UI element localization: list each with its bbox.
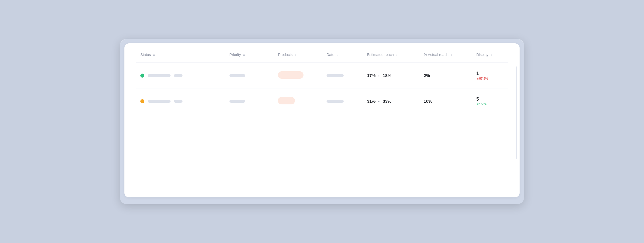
table-row: 17% ↔ 18% 2% 1 ↘ 87.5% bbox=[136, 63, 508, 88]
priority-cell bbox=[225, 63, 274, 88]
display-cell: 1 ↘ 87.5% bbox=[472, 63, 508, 88]
date-sort-icon: ↓ bbox=[337, 53, 338, 56]
products-pill bbox=[278, 97, 295, 104]
est-reach-sort-icon: ↓ bbox=[396, 53, 398, 56]
display-cell: 5 ↗ 150% bbox=[472, 88, 508, 114]
change-direction-icon: ↘ bbox=[476, 77, 479, 80]
estimated-reach-cell: 31% ↔ 33% bbox=[362, 88, 419, 114]
status-dot bbox=[140, 74, 144, 78]
actual-reach-cell: 2% bbox=[419, 63, 472, 88]
inner-card: Status ≡ Priority ≡ Products ↓ Date ↓ bbox=[124, 43, 520, 197]
date-cell bbox=[322, 88, 362, 114]
actual-reach-value: 10% bbox=[424, 99, 432, 104]
products-cell bbox=[273, 88, 322, 114]
actual-reach-sort-icon: ↓ bbox=[451, 53, 452, 56]
priority-filter-icon: ≡ bbox=[243, 53, 245, 56]
reach-arrow-icon: ↔ bbox=[377, 74, 381, 78]
priority-cell bbox=[225, 88, 274, 114]
status-type-placeholder bbox=[174, 74, 182, 77]
priority-placeholder bbox=[229, 100, 245, 103]
date-cell bbox=[322, 63, 362, 88]
change-percent: 150% bbox=[479, 102, 487, 106]
table-row: 31% ↔ 33% 10% 5 ↗ 150% bbox=[136, 88, 508, 114]
estimated-reach-cell: 17% ↔ 18% bbox=[362, 63, 419, 88]
col-header-actual-reach[interactable]: % Actual reach ↓ bbox=[419, 52, 472, 63]
status-name-placeholder bbox=[148, 100, 171, 103]
display-change: ↗ 150% bbox=[476, 102, 487, 106]
status-type-placeholder bbox=[174, 100, 182, 103]
estimated-reach-value: 17% ↔ 18% bbox=[367, 73, 391, 78]
display-number: 5 bbox=[476, 96, 479, 102]
priority-placeholder bbox=[229, 74, 245, 77]
reach-arrow-icon: ↔ bbox=[377, 99, 381, 104]
date-placeholder bbox=[327, 74, 344, 77]
outer-frame: Status ≡ Priority ≡ Products ↓ Date ↓ bbox=[120, 39, 524, 204]
status-name-placeholder bbox=[148, 74, 171, 77]
actual-reach-value: 2% bbox=[424, 73, 430, 78]
col-header-status[interactable]: Status ≡ bbox=[136, 52, 225, 63]
date-placeholder bbox=[327, 100, 344, 103]
products-sort-icon: ↓ bbox=[295, 53, 296, 56]
actual-reach-cell: 10% bbox=[419, 88, 472, 114]
display-cell-inner: 1 ↘ 87.5% bbox=[476, 71, 504, 80]
display-change: ↘ 87.5% bbox=[476, 77, 488, 80]
table-header-row: Status ≡ Priority ≡ Products ↓ Date ↓ bbox=[136, 52, 508, 63]
status-cell bbox=[136, 63, 225, 88]
col-header-products[interactable]: Products ↓ bbox=[273, 52, 322, 63]
status-cell-inner bbox=[140, 99, 220, 103]
status-filter-icon: ≡ bbox=[153, 53, 155, 56]
display-sort-icon: ↓ bbox=[491, 53, 492, 56]
status-cell-inner bbox=[140, 74, 220, 78]
status-cell bbox=[136, 88, 225, 114]
status-dot bbox=[140, 99, 144, 103]
products-pill bbox=[278, 71, 303, 79]
products-cell bbox=[273, 63, 322, 88]
col-header-date[interactable]: Date ↓ bbox=[322, 52, 362, 63]
col-header-display[interactable]: Display ↓ bbox=[472, 52, 508, 63]
change-direction-icon: ↗ bbox=[476, 103, 479, 106]
display-number: 1 bbox=[476, 71, 479, 76]
estimated-reach-value: 31% ↔ 33% bbox=[367, 99, 391, 104]
col-header-priority[interactable]: Priority ≡ bbox=[225, 52, 274, 63]
data-table: Status ≡ Priority ≡ Products ↓ Date ↓ bbox=[136, 52, 508, 114]
display-cell-inner: 5 ↗ 150% bbox=[476, 96, 504, 106]
change-percent: 87.5% bbox=[479, 77, 488, 80]
col-header-estimated-reach[interactable]: Estimated reach ↓ bbox=[362, 52, 419, 63]
